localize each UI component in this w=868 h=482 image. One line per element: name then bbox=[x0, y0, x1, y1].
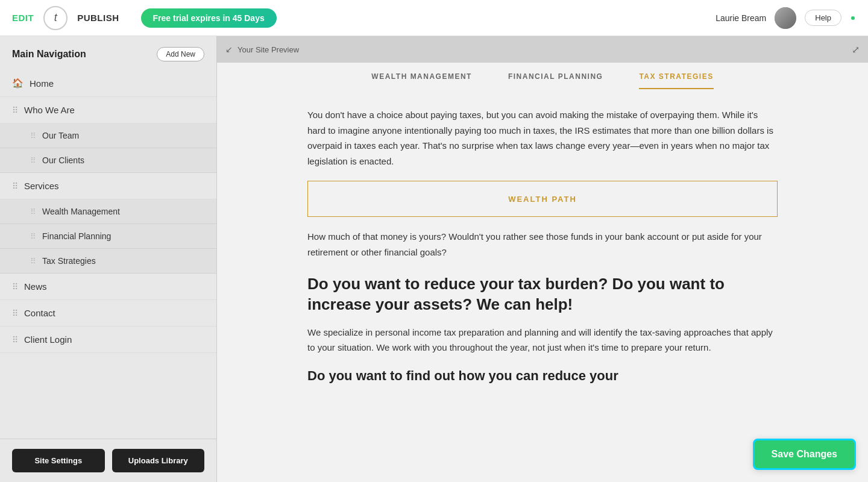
drag-icon: ⠿ bbox=[30, 131, 36, 140]
site-nav-tax-strategies[interactable]: TAX STRATEGIES bbox=[639, 72, 713, 89]
preview-content: WEALTH MANAGEMENT FINANCIAL PLANNING TAX… bbox=[217, 63, 868, 482]
collapse-icon: ↙ bbox=[225, 45, 233, 54]
sidebar-footer: Site Settings Uploads Library bbox=[0, 439, 216, 482]
sidebar-item-label: Client Login bbox=[24, 334, 72, 345]
sidebar-child-label: Our Clients bbox=[42, 155, 84, 165]
article-paragraph-1: You don't have a choice about paying tax… bbox=[307, 107, 778, 169]
drag-icon: ⠿ bbox=[12, 181, 18, 191]
preview-bar-left: ↙ Your Site Preview bbox=[225, 45, 299, 54]
top-bar-right: Laurie Bream Help bbox=[715, 7, 856, 29]
sidebar-item-our-clients[interactable]: ⠿ Our Clients bbox=[0, 148, 216, 173]
drag-icon: ⠿ bbox=[12, 335, 18, 345]
logo-circle[interactable]: t bbox=[43, 6, 68, 30]
sidebar-item-home[interactable]: 🏠 Home bbox=[0, 70, 216, 97]
notification-dot bbox=[850, 15, 856, 21]
sidebar-item-label: Services bbox=[24, 181, 59, 191]
sidebar-child-label: Financial Planning bbox=[42, 231, 111, 241]
article-paragraph-2: How much of that money is yours? Wouldn'… bbox=[307, 229, 778, 260]
save-changes-button[interactable]: Save Changes bbox=[753, 439, 856, 470]
site-nav-wealth-management[interactable]: WEALTH MANAGEMENT bbox=[371, 72, 472, 89]
help-button[interactable]: Help bbox=[805, 10, 841, 26]
article-paragraph-3: We specialize in personal income tax pre… bbox=[307, 325, 778, 355]
save-changes-container: Save Changes bbox=[753, 439, 856, 470]
article-heading-1: Do you want to reduce your tax burden? D… bbox=[307, 274, 778, 315]
wealth-path-box[interactable]: WEALTH PATH bbox=[307, 181, 778, 217]
sidebar-item-label: News bbox=[24, 281, 47, 292]
sidebar-item-tax-strategies[interactable]: ⠿ Tax Strategies bbox=[0, 249, 216, 274]
sidebar-item-contact[interactable]: ⠿ Contact bbox=[0, 300, 216, 327]
preview-bar: ↙ Your Site Preview ⤢ bbox=[217, 36, 868, 63]
sidebar-child-label: Wealth Management bbox=[42, 207, 120, 216]
drag-icon: ⠿ bbox=[30, 156, 36, 165]
avatar[interactable] bbox=[775, 7, 796, 29]
sidebar-item-services[interactable]: ⠿ Services bbox=[0, 173, 216, 199]
sidebar-title: Main Navigation bbox=[12, 49, 86, 60]
site-settings-button[interactable]: Site Settings bbox=[12, 449, 105, 472]
sidebar-item-news[interactable]: ⠿ News bbox=[0, 274, 216, 300]
preview-label: Your Site Preview bbox=[237, 45, 299, 54]
logo-letter: t bbox=[54, 11, 57, 24]
site-nav-financial-planning[interactable]: FINANCIAL PLANNING bbox=[508, 72, 603, 89]
edit-button[interactable]: EDIT bbox=[12, 13, 34, 23]
uploads-library-button[interactable]: Uploads Library bbox=[112, 449, 205, 472]
drag-icon: ⠿ bbox=[30, 232, 36, 241]
home-icon: 🏠 bbox=[12, 78, 24, 89]
drag-icon: ⠿ bbox=[30, 207, 36, 216]
sidebar-item-who-we-are[interactable]: ⠿ Who We Are bbox=[0, 97, 216, 124]
publish-button[interactable]: PUBLISH bbox=[77, 13, 119, 23]
sidebar-child-label: Tax Strategies bbox=[42, 256, 96, 266]
site-nav: WEALTH MANAGEMENT FINANCIAL PLANNING TAX… bbox=[217, 63, 868, 89]
drag-icon: ⠿ bbox=[12, 308, 18, 318]
avatar-image bbox=[775, 7, 796, 29]
add-new-button[interactable]: Add New bbox=[157, 47, 204, 61]
article-heading-2: Do you want to find out how you can redu… bbox=[307, 368, 778, 385]
sidebar-item-financial-planning[interactable]: ⠿ Financial Planning bbox=[0, 224, 216, 249]
expand-icon[interactable]: ⤢ bbox=[852, 44, 860, 55]
top-bar: EDIT t PUBLISH Free trial expires in 45 … bbox=[0, 0, 868, 36]
article-content: You don't have a choice about paying tax… bbox=[271, 89, 814, 408]
wealth-path-label: WEALTH PATH bbox=[508, 195, 577, 204]
sidebar-item-label: Home bbox=[30, 78, 54, 89]
trial-banner[interactable]: Free trial expires in 45 Days bbox=[141, 8, 277, 28]
sidebar: Main Navigation Add New 🏠 Home ⠿ Who We … bbox=[0, 36, 217, 482]
sidebar-item-our-team[interactable]: ⠿ Our Team bbox=[0, 124, 216, 148]
sidebar-item-client-login[interactable]: ⠿ Client Login bbox=[0, 327, 216, 353]
sidebar-item-label: Contact bbox=[24, 308, 55, 318]
drag-icon: ⠿ bbox=[12, 105, 18, 115]
sidebar-header: Main Navigation Add New bbox=[0, 36, 216, 70]
sidebar-item-label: Who We Are bbox=[24, 105, 75, 115]
drag-icon: ⠿ bbox=[12, 282, 18, 292]
user-name: Laurie Bream bbox=[715, 13, 766, 23]
top-bar-left: EDIT t PUBLISH Free trial expires in 45 … bbox=[12, 6, 277, 30]
sidebar-item-wealth-management[interactable]: ⠿ Wealth Management bbox=[0, 199, 216, 224]
preview-pane: ↙ Your Site Preview ⤢ WEALTH MANAGEMENT … bbox=[217, 36, 868, 482]
sidebar-child-label: Our Team bbox=[42, 131, 79, 140]
drag-icon: ⠿ bbox=[30, 257, 36, 266]
main-layout: Main Navigation Add New 🏠 Home ⠿ Who We … bbox=[0, 36, 868, 482]
